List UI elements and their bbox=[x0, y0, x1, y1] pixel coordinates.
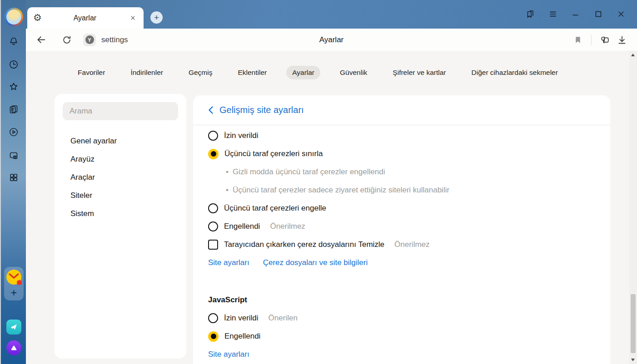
notifications-bell-icon[interactable] bbox=[8, 36, 19, 47]
radio-selected-icon[interactable] bbox=[208, 149, 219, 159]
radio-selected-icon[interactable] bbox=[208, 331, 219, 342]
minimize-button[interactable] bbox=[564, 3, 587, 25]
avatar-image bbox=[6, 10, 21, 25]
settings-sidebar: Genel ayarlar Arayüz Araçlar Siteler Sis… bbox=[55, 94, 186, 359]
bullet-glyph: • bbox=[226, 186, 229, 195]
site-badge-icon[interactable]: Y bbox=[83, 34, 96, 46]
pinned-shortcuts-group: + bbox=[4, 267, 24, 300]
cookies-links: Site ayarları Çerez dosyaları ve site bi… bbox=[208, 254, 595, 272]
settings-content-panel: Gelişmiş site ayarları İzin verildi Üçün… bbox=[193, 95, 610, 364]
javascript-heading: JavaScript bbox=[208, 291, 595, 309]
page-scrollbar[interactable] bbox=[629, 51, 637, 364]
toolbar-separator bbox=[591, 34, 592, 45]
articles-icon[interactable] bbox=[8, 104, 19, 115]
checkbox-clear-cookies[interactable]: Tarayıcıdan çıkarken çerez dosyalarını T… bbox=[208, 236, 595, 254]
tab-ayarlar[interactable]: ⚙ Ayarlar bbox=[27, 7, 144, 29]
collections-icon[interactable] bbox=[596, 31, 613, 49]
section-title: Gelişmiş site ayarları bbox=[219, 105, 304, 115]
new-tab-button[interactable]: + bbox=[150, 11, 163, 24]
bookmark-icon[interactable] bbox=[569, 31, 587, 49]
tab-strip: ⚙ Ayarlar + bbox=[26, 0, 637, 29]
nav-eklentiler[interactable]: Eklentiler bbox=[232, 66, 273, 79]
detail-gizli-mod: • Gizli modda üçüncü taraf çerezler enge… bbox=[208, 163, 595, 181]
gear-icon: ⚙ bbox=[33, 13, 42, 23]
radio-icon[interactable] bbox=[208, 221, 218, 231]
radio-option-engellendi[interactable]: Engellendi Önerilmez bbox=[208, 217, 595, 236]
radio-option-izin-verildi[interactable]: İzin verildi bbox=[208, 127, 595, 145]
radio-label: İzin verildi bbox=[224, 314, 259, 323]
close-button[interactable] bbox=[610, 3, 632, 25]
apps-grid-icon[interactable] bbox=[8, 172, 19, 183]
nav-favoriler[interactable]: Favoriler bbox=[72, 66, 111, 79]
detail-ucuncu-taraf: • Üçüncü taraf çerezler sadece ziyaret e… bbox=[208, 181, 595, 199]
recommendation-note: Önerilmez bbox=[270, 222, 305, 231]
chevron-left-icon bbox=[208, 106, 214, 114]
nav-diger-cihazlar[interactable]: Diğer cihazlardaki sekmeler bbox=[466, 66, 564, 79]
sidebar-item-sistem[interactable]: Sistem bbox=[63, 205, 178, 223]
add-shortcut-button[interactable]: + bbox=[4, 286, 24, 300]
search-input[interactable] bbox=[63, 107, 178, 116]
link-js-site-ayarlari[interactable]: Site ayarları bbox=[208, 350, 249, 359]
radio-icon[interactable] bbox=[208, 131, 218, 141]
side-rail: + bbox=[0, 0, 26, 364]
radio-js-izin-verildi[interactable]: İzin verildi Önerilen bbox=[208, 309, 595, 327]
profile-avatar[interactable] bbox=[5, 8, 23, 26]
sidebar-item-siteler[interactable]: Siteler bbox=[63, 187, 178, 205]
scrollbar-down-arrow[interactable] bbox=[631, 359, 635, 361]
back-arrow-icon[interactable] bbox=[32, 31, 50, 49]
favorites-star-icon[interactable] bbox=[8, 81, 19, 92]
scrollbar-up-arrow[interactable] bbox=[631, 54, 635, 56]
nav-ayarlar[interactable]: Ayarlar bbox=[286, 66, 320, 79]
radio-label: İzin verildi bbox=[224, 131, 259, 140]
refresh-icon[interactable] bbox=[58, 31, 75, 49]
nav-indirilenler[interactable]: İndirilenler bbox=[124, 66, 169, 79]
advanced-site-settings-back[interactable]: Gelişmiş site ayarları bbox=[193, 95, 610, 125]
radio-icon[interactable] bbox=[208, 313, 218, 323]
nav-guvenlik[interactable]: Güvenlik bbox=[334, 66, 373, 79]
settings-menu: Genel ayarlar Arayüz Araçlar Siteler Sis… bbox=[63, 132, 178, 223]
link-site-ayarlari[interactable]: Site ayarları bbox=[208, 258, 249, 267]
recommendation-note: Önerilmez bbox=[394, 240, 429, 249]
messenger-icon[interactable] bbox=[6, 320, 21, 334]
radio-label: Engellendi bbox=[224, 332, 260, 341]
yandex-y-glyph: Y bbox=[85, 35, 94, 44]
sidebar-item-arayuz[interactable]: Arayüz bbox=[63, 150, 178, 168]
sidebar-item-genel-ayarlar[interactable]: Genel ayarlar bbox=[63, 132, 178, 150]
alice-assistant-icon[interactable] bbox=[6, 340, 21, 355]
link-cerez-dosyalari[interactable]: Çerez dosyaları ve site bilgileri bbox=[263, 258, 368, 267]
checkbox-label: Tarayıcıdan çıkarken çerez dosyalarını T… bbox=[224, 240, 384, 249]
maximize-button[interactable] bbox=[587, 3, 610, 25]
mail-badge-dot bbox=[17, 280, 22, 285]
sidebar-item-araclar[interactable]: Araçlar bbox=[63, 168, 178, 187]
settings-page: Favoriler İndirilenler Geçmiş Eklentiler… bbox=[26, 51, 637, 364]
window-controls bbox=[519, 3, 632, 25]
tab-close-icon[interactable] bbox=[128, 13, 138, 23]
tab-title: Ayarlar bbox=[42, 14, 128, 22]
radio-label: Üçüncü taraf çerezleri engelle bbox=[224, 204, 326, 213]
detail-text: Gizli modda üçüncü taraf çerezler engell… bbox=[233, 167, 385, 177]
side-panels-icon[interactable] bbox=[519, 3, 542, 25]
scrollbar-thumb[interactable] bbox=[631, 294, 636, 353]
detail-text: Üçüncü taraf çerezler sadece ziyaret ett… bbox=[233, 186, 449, 195]
radio-option-sinirla[interactable]: Üçüncü taraf çerezleri sınırla bbox=[208, 145, 595, 163]
recommendation-note: Önerilen bbox=[269, 314, 298, 323]
settings-nav: Favoriler İndirilenler Geçmiş Eklentiler… bbox=[26, 66, 610, 79]
screenshot-icon[interactable] bbox=[8, 150, 19, 161]
nav-sifreler[interactable]: Şifreler ve kartlar bbox=[387, 66, 452, 79]
menu-hamburger-icon[interactable] bbox=[542, 3, 564, 25]
radio-js-engellendi[interactable]: Engellendi bbox=[208, 327, 595, 345]
radio-option-engelle[interactable]: Üçüncü taraf çerezleri engelle bbox=[208, 199, 595, 217]
cookies-section: İzin verildi Üçüncü taraf çerezleri sını… bbox=[193, 125, 610, 364]
yandex-mail-icon[interactable] bbox=[6, 270, 21, 285]
video-play-icon[interactable] bbox=[8, 127, 19, 138]
radio-icon[interactable] bbox=[208, 203, 218, 213]
radio-label: Üçüncü taraf çerezleri sınırla bbox=[224, 149, 323, 158]
radio-label: Engellendi bbox=[224, 222, 260, 231]
bullet-glyph: • bbox=[226, 167, 229, 177]
download-icon[interactable] bbox=[613, 31, 631, 49]
url-text[interactable]: settings bbox=[101, 35, 128, 44]
history-clock-icon[interactable] bbox=[8, 59, 19, 70]
checkbox-icon[interactable] bbox=[208, 240, 218, 250]
javascript-links: Site ayarları bbox=[208, 345, 595, 364]
nav-gecmis[interactable]: Geçmiş bbox=[183, 66, 219, 79]
